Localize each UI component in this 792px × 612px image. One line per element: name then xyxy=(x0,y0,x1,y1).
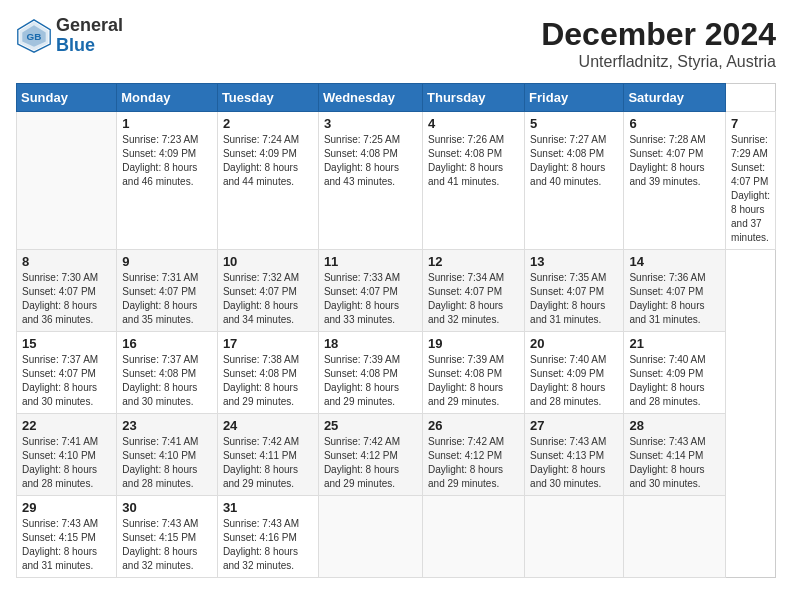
cell-content: Sunrise: 7:42 AMSunset: 4:12 PMDaylight:… xyxy=(428,435,519,491)
day-header-sunday: Sunday xyxy=(17,84,117,112)
calendar-week-row: 29Sunrise: 7:43 AMSunset: 4:15 PMDayligh… xyxy=(17,496,776,578)
day-number: 23 xyxy=(122,418,212,433)
cell-content: Sunrise: 7:28 AMSunset: 4:07 PMDaylight:… xyxy=(629,133,720,189)
cell-content: Sunrise: 7:35 AMSunset: 4:07 PMDaylight:… xyxy=(530,271,618,327)
calendar-cell: 14Sunrise: 7:36 AMSunset: 4:07 PMDayligh… xyxy=(624,250,726,332)
cell-content: Sunrise: 7:37 AMSunset: 4:07 PMDaylight:… xyxy=(22,353,111,409)
logo-general: General xyxy=(56,16,123,36)
cell-content: Sunrise: 7:25 AMSunset: 4:08 PMDaylight:… xyxy=(324,133,417,189)
cell-content: Sunrise: 7:40 AMSunset: 4:09 PMDaylight:… xyxy=(530,353,618,409)
day-number: 30 xyxy=(122,500,212,515)
day-number: 17 xyxy=(223,336,313,351)
cell-content: Sunrise: 7:39 AMSunset: 4:08 PMDaylight:… xyxy=(324,353,417,409)
title-section: December 2024 Unterfladnitz, Styria, Aus… xyxy=(541,16,776,71)
cell-content: Sunrise: 7:43 AMSunset: 4:15 PMDaylight:… xyxy=(122,517,212,573)
calendar-cell: 28Sunrise: 7:43 AMSunset: 4:14 PMDayligh… xyxy=(624,414,726,496)
cell-content: Sunrise: 7:41 AMSunset: 4:10 PMDaylight:… xyxy=(122,435,212,491)
day-number: 26 xyxy=(428,418,519,433)
cell-content: Sunrise: 7:32 AMSunset: 4:07 PMDaylight:… xyxy=(223,271,313,327)
day-number: 28 xyxy=(629,418,720,433)
cell-content: Sunrise: 7:43 AMSunset: 4:15 PMDaylight:… xyxy=(22,517,111,573)
cell-content: Sunrise: 7:43 AMSunset: 4:16 PMDaylight:… xyxy=(223,517,313,573)
calendar-cell: 6Sunrise: 7:28 AMSunset: 4:07 PMDaylight… xyxy=(624,112,726,250)
day-number: 5 xyxy=(530,116,618,131)
day-header-thursday: Thursday xyxy=(423,84,525,112)
day-number: 7 xyxy=(731,116,770,131)
cell-content: Sunrise: 7:29 AMSunset: 4:07 PMDaylight:… xyxy=(731,133,770,245)
day-number: 20 xyxy=(530,336,618,351)
day-number: 9 xyxy=(122,254,212,269)
day-number: 12 xyxy=(428,254,519,269)
day-number: 10 xyxy=(223,254,313,269)
calendar-cell: 8Sunrise: 7:30 AMSunset: 4:07 PMDaylight… xyxy=(17,250,117,332)
day-number: 21 xyxy=(629,336,720,351)
day-number: 13 xyxy=(530,254,618,269)
calendar-cell: 29Sunrise: 7:43 AMSunset: 4:15 PMDayligh… xyxy=(17,496,117,578)
day-number: 22 xyxy=(22,418,111,433)
day-number: 18 xyxy=(324,336,417,351)
calendar-cell: 9Sunrise: 7:31 AMSunset: 4:07 PMDaylight… xyxy=(117,250,218,332)
cell-content: Sunrise: 7:43 AMSunset: 4:14 PMDaylight:… xyxy=(629,435,720,491)
cell-content: Sunrise: 7:40 AMSunset: 4:09 PMDaylight:… xyxy=(629,353,720,409)
calendar-cell: 20Sunrise: 7:40 AMSunset: 4:09 PMDayligh… xyxy=(525,332,624,414)
day-header-wednesday: Wednesday xyxy=(318,84,422,112)
logo-icon: GB xyxy=(16,18,52,54)
calendar-cell: 21Sunrise: 7:40 AMSunset: 4:09 PMDayligh… xyxy=(624,332,726,414)
cell-content: Sunrise: 7:30 AMSunset: 4:07 PMDaylight:… xyxy=(22,271,111,327)
day-number: 3 xyxy=(324,116,417,131)
cell-content: Sunrise: 7:41 AMSunset: 4:10 PMDaylight:… xyxy=(22,435,111,491)
day-header-monday: Monday xyxy=(117,84,218,112)
calendar-cell xyxy=(624,496,726,578)
calendar-cell: 13Sunrise: 7:35 AMSunset: 4:07 PMDayligh… xyxy=(525,250,624,332)
cell-content: Sunrise: 7:23 AMSunset: 4:09 PMDaylight:… xyxy=(122,133,212,189)
cell-content: Sunrise: 7:43 AMSunset: 4:13 PMDaylight:… xyxy=(530,435,618,491)
day-number: 8 xyxy=(22,254,111,269)
calendar-cell: 2Sunrise: 7:24 AMSunset: 4:09 PMDaylight… xyxy=(217,112,318,250)
day-number: 24 xyxy=(223,418,313,433)
logo: GB General Blue xyxy=(16,16,123,56)
calendar-cell: 10Sunrise: 7:32 AMSunset: 4:07 PMDayligh… xyxy=(217,250,318,332)
calendar-cell: 12Sunrise: 7:34 AMSunset: 4:07 PMDayligh… xyxy=(423,250,525,332)
cell-content: Sunrise: 7:34 AMSunset: 4:07 PMDaylight:… xyxy=(428,271,519,327)
calendar-cell: 7Sunrise: 7:29 AMSunset: 4:07 PMDaylight… xyxy=(726,112,776,250)
calendar-cell: 27Sunrise: 7:43 AMSunset: 4:13 PMDayligh… xyxy=(525,414,624,496)
calendar-week-row: 22Sunrise: 7:41 AMSunset: 4:10 PMDayligh… xyxy=(17,414,776,496)
day-number: 27 xyxy=(530,418,618,433)
calendar-cell: 22Sunrise: 7:41 AMSunset: 4:10 PMDayligh… xyxy=(17,414,117,496)
svg-text:GB: GB xyxy=(27,30,42,41)
day-number: 2 xyxy=(223,116,313,131)
cell-content: Sunrise: 7:27 AMSunset: 4:08 PMDaylight:… xyxy=(530,133,618,189)
calendar-cell xyxy=(423,496,525,578)
calendar-cell: 16Sunrise: 7:37 AMSunset: 4:08 PMDayligh… xyxy=(117,332,218,414)
cell-content: Sunrise: 7:42 AMSunset: 4:12 PMDaylight:… xyxy=(324,435,417,491)
location-title: Unterfladnitz, Styria, Austria xyxy=(541,53,776,71)
calendar-cell: 30Sunrise: 7:43 AMSunset: 4:15 PMDayligh… xyxy=(117,496,218,578)
calendar-cell: 31Sunrise: 7:43 AMSunset: 4:16 PMDayligh… xyxy=(217,496,318,578)
cell-content: Sunrise: 7:39 AMSunset: 4:08 PMDaylight:… xyxy=(428,353,519,409)
calendar-cell: 23Sunrise: 7:41 AMSunset: 4:10 PMDayligh… xyxy=(117,414,218,496)
calendar-cell: 1Sunrise: 7:23 AMSunset: 4:09 PMDaylight… xyxy=(117,112,218,250)
calendar-cell: 19Sunrise: 7:39 AMSunset: 4:08 PMDayligh… xyxy=(423,332,525,414)
day-number: 25 xyxy=(324,418,417,433)
day-number: 16 xyxy=(122,336,212,351)
cell-content: Sunrise: 7:42 AMSunset: 4:11 PMDaylight:… xyxy=(223,435,313,491)
calendar-header-row: SundayMondayTuesdayWednesdayThursdayFrid… xyxy=(17,84,776,112)
calendar-cell xyxy=(318,496,422,578)
day-number: 11 xyxy=(324,254,417,269)
day-number: 1 xyxy=(122,116,212,131)
logo-blue: Blue xyxy=(56,36,123,56)
calendar-cell: 11Sunrise: 7:33 AMSunset: 4:07 PMDayligh… xyxy=(318,250,422,332)
calendar-cell: 4Sunrise: 7:26 AMSunset: 4:08 PMDaylight… xyxy=(423,112,525,250)
calendar-cell: 15Sunrise: 7:37 AMSunset: 4:07 PMDayligh… xyxy=(17,332,117,414)
day-number: 31 xyxy=(223,500,313,515)
cell-content: Sunrise: 7:24 AMSunset: 4:09 PMDaylight:… xyxy=(223,133,313,189)
cell-content: Sunrise: 7:33 AMSunset: 4:07 PMDaylight:… xyxy=(324,271,417,327)
cell-content: Sunrise: 7:31 AMSunset: 4:07 PMDaylight:… xyxy=(122,271,212,327)
calendar-cell: 3Sunrise: 7:25 AMSunset: 4:08 PMDaylight… xyxy=(318,112,422,250)
day-number: 19 xyxy=(428,336,519,351)
calendar-week-row: 1Sunrise: 7:23 AMSunset: 4:09 PMDaylight… xyxy=(17,112,776,250)
day-number: 15 xyxy=(22,336,111,351)
calendar-cell: 26Sunrise: 7:42 AMSunset: 4:12 PMDayligh… xyxy=(423,414,525,496)
calendar-cell: 18Sunrise: 7:39 AMSunset: 4:08 PMDayligh… xyxy=(318,332,422,414)
calendar-table: SundayMondayTuesdayWednesdayThursdayFrid… xyxy=(16,83,776,578)
